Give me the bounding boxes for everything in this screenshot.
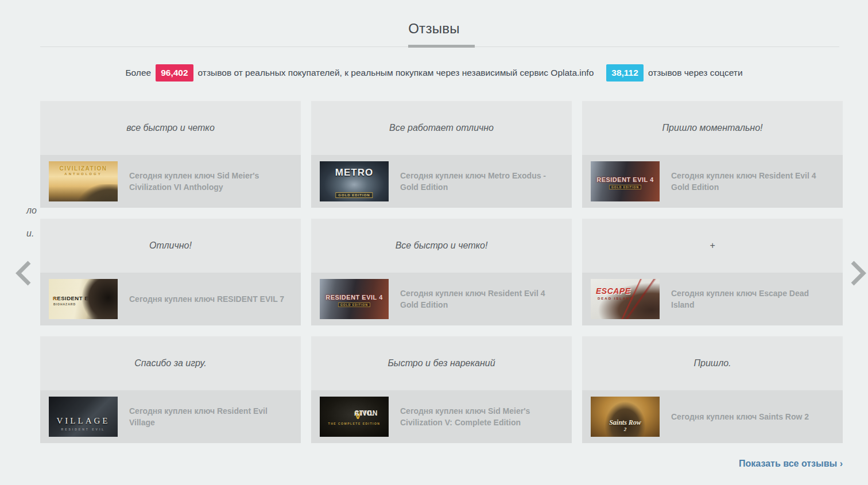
review-quote: Пришло моментально! xyxy=(582,101,843,155)
carousel-next-button[interactable] xyxy=(848,259,868,287)
review-card: Спасибо за игру. VILLAGE RESIDENT EVIL С… xyxy=(40,336,301,443)
review-quote: + xyxy=(582,219,843,273)
thumb-title: ESCAPE xyxy=(596,286,631,296)
review-quote: Быстро и без нареканий xyxy=(311,336,572,390)
game-thumbnail-civilization-v: CIVILVATION THE COMPLETE EDITION xyxy=(320,397,389,437)
chevron-right-icon xyxy=(850,261,867,286)
title-divider-accent xyxy=(408,45,475,48)
game-thumbnail-resident-evil-7: RESIDENT EVIL BIOHAZARD xyxy=(49,279,118,319)
game-thumbnail-resident-evil-4: RESIDENT EVIL 4 GOLD EDITION xyxy=(591,161,660,201)
purchase-text: Сегодня куплен ключ Resident Evil Villag… xyxy=(129,405,287,429)
thumb-subtitle: GOLD EDITION xyxy=(609,185,641,189)
review-card: Отлично! RESIDENT EVIL BIOHAZARD Сегодня… xyxy=(40,219,301,325)
purchase-text: Сегодня куплен ключ Resident Evil 4 Gold… xyxy=(671,170,829,193)
carousel-clipped-text: и. xyxy=(26,228,34,239)
game-thumbnail-saints-row-2: Saints Row 2 xyxy=(591,397,660,437)
purchase-row[interactable]: RESIDENT EVIL BIOHAZARD Сегодня куплен к… xyxy=(40,273,301,325)
game-thumbnail-resident-evil-village: VILLAGE RESIDENT EVIL xyxy=(49,397,118,437)
thumb-subtitle: GOLD EDITION xyxy=(338,302,370,307)
thumb-subtitle: DEAD ISLAND xyxy=(598,297,634,300)
review-card: все быстро и четко CIVILIZATION ANTHOLOG… xyxy=(40,101,301,208)
carousel-prev-button[interactable] xyxy=(14,259,33,287)
stats-suffix: отзывов через соцсети xyxy=(648,68,743,78)
stats-line: Более 96,402 отзывов от реальных покупат… xyxy=(0,64,868,82)
thumb-subtitle: 2 xyxy=(591,426,660,432)
purchase-row[interactable]: CIVILVATION THE COMPLETE EDITION Сегодня… xyxy=(311,390,572,443)
buyers-count-badge: 96,402 xyxy=(156,64,193,82)
review-card: + ESCAPE DEAD ISLAND Сегодня куплен ключ… xyxy=(582,219,843,325)
thumb-subtitle: BIOHAZARD xyxy=(53,302,76,306)
purchase-text: Сегодня куплен ключ Metro Exodus - Gold … xyxy=(400,170,558,193)
review-quote: все быстро и четко xyxy=(40,101,301,155)
review-quote: Спасибо за игру. xyxy=(40,336,301,390)
thumb-title: VILLAGE xyxy=(49,416,118,426)
thumb-title: RESIDENT EVIL 4 xyxy=(591,176,660,183)
thumb-title: Saints Row xyxy=(591,418,660,427)
review-card: Все работает отлично METRO GOLD EDITION … xyxy=(311,101,572,208)
purchase-text: Сегодня куплен ключ Saints Row 2 xyxy=(671,411,809,422)
show-all-reviews-link[interactable]: Показать все отзывы › xyxy=(739,459,843,469)
purchase-row[interactable]: RESIDENT EVIL 4 GOLD EDITION Сегодня куп… xyxy=(311,273,572,325)
stats-middle: отзывов от реальных покупателей, к реаль… xyxy=(198,68,594,78)
thumb-title: CIVILIZATION xyxy=(49,165,118,172)
thumb-subtitle: THE COMPLETE EDITION xyxy=(320,422,389,425)
review-quote: Все работает отлично xyxy=(311,101,572,155)
game-thumbnail-resident-evil-4: RESIDENT EVIL 4 GOLD EDITION xyxy=(320,279,389,319)
review-quote: Пришло. xyxy=(582,336,843,390)
game-thumbnail-metro-exodus: METRO GOLD EDITION xyxy=(320,161,389,201)
reviews-grid: все быстро и четко CIVILIZATION ANTHOLOG… xyxy=(40,101,843,443)
game-thumbnail-civilization-vi-anthology: CIVILIZATION ANTHOLOGY xyxy=(49,161,118,201)
review-card: Пришло моментально! RESIDENT EVIL 4 GOLD… xyxy=(582,101,843,208)
purchase-text: Сегодня куплен ключ Resident Evil 4 Gold… xyxy=(400,288,558,311)
stats-prefix: Более xyxy=(125,68,151,78)
thumb-subtitle: GOLD EDITION xyxy=(335,192,373,198)
review-quote: Отлично! xyxy=(40,219,301,273)
thumb-subtitle: ANTHOLOGY xyxy=(49,172,118,176)
purchase-row[interactable]: RESIDENT EVIL 4 GOLD EDITION Сегодня куп… xyxy=(582,155,843,208)
purchase-text: Сегодня куплен ключ Sid Meier's Civiliza… xyxy=(129,170,287,193)
review-card: Быстро и без нареканий CIVILVATION THE C… xyxy=(311,336,572,443)
thumb-title: RESIDENT EVIL 4 xyxy=(320,294,389,301)
purchase-row[interactable]: METRO GOLD EDITION Сегодня куплен ключ M… xyxy=(311,155,572,208)
purchase-row[interactable]: ESCAPE DEAD ISLAND Сегодня куплен ключ E… xyxy=(582,273,843,325)
reviews-section: Отзывы Более 96,402 отзывов от реальных … xyxy=(0,0,868,485)
social-count-badge: 38,112 xyxy=(606,64,644,82)
review-quote: Все быстро и четко! xyxy=(311,219,572,273)
purchase-text: Сегодня куплен ключ Escape Dead Island xyxy=(671,288,829,311)
review-card: Пришло. Saints Row 2 Сегодня куплен ключ… xyxy=(582,336,843,443)
purchase-row[interactable]: CIVILIZATION ANTHOLOGY Сегодня куплен кл… xyxy=(40,155,301,208)
thumb-title: METRO xyxy=(320,167,389,179)
purchase-row[interactable]: Saints Row 2 Сегодня куплен ключ Saints … xyxy=(582,390,843,443)
purchase-row[interactable]: VILLAGE RESIDENT EVIL Сегодня куплен клю… xyxy=(40,390,301,443)
purchase-text: Сегодня куплен ключ Sid Meier's Civiliza… xyxy=(400,405,558,429)
page-title: Отзывы xyxy=(0,21,868,37)
purchase-text: Сегодня куплен ключ RESIDENT EVIL 7 xyxy=(129,293,284,305)
review-card: Все быстро и четко! RESIDENT EVIL 4 GOLD… xyxy=(311,219,572,325)
thumb-subtitle: RESIDENT EVIL xyxy=(49,428,118,431)
game-thumbnail-escape-dead-island: ESCAPE DEAD ISLAND xyxy=(591,279,660,319)
carousel-clipped-text: ло xyxy=(26,205,37,216)
chevron-left-icon xyxy=(15,261,32,286)
